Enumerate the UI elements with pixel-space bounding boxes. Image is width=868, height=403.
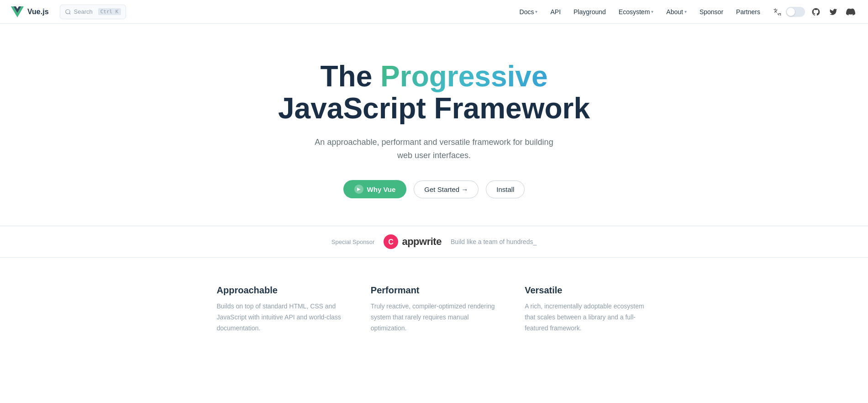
chevron-down-icon: ▾ (684, 9, 687, 14)
hero-title: The Progressive JavaScript Framework (278, 60, 590, 125)
nav-link-docs[interactable]: Docs ▾ (514, 6, 543, 17)
hero-title-part2: JavaScript Framework (278, 92, 590, 125)
github-icon (811, 7, 821, 16)
feature-versatile-desc: A rich, incrementally adoptable ecosyste… (525, 301, 651, 334)
sponsor-strip: Special Sponsor C appwrite Build like a … (0, 226, 868, 258)
get-started-button[interactable]: Get Started → (414, 180, 479, 198)
hero-section: The Progressive JavaScript Framework An … (0, 24, 868, 226)
feature-versatile: Versatile A rich, incrementally adoptabl… (525, 285, 651, 334)
chevron-down-icon: ▾ (535, 9, 537, 14)
search-label: Search (74, 8, 93, 15)
search-icon (65, 9, 71, 15)
hero-buttons: ▶ Why Vue Get Started → Install (343, 180, 525, 198)
nav-link-partners[interactable]: Partners (731, 6, 766, 17)
nav-link-ecosystem[interactable]: Ecosystem ▾ (613, 6, 659, 17)
nav-logo[interactable]: Vue.js (11, 5, 49, 18)
sponsor-label: Special Sponsor (331, 239, 375, 245)
nav-links: Docs ▾ API Playground Ecosystem ▾ About … (514, 6, 766, 17)
install-button[interactable]: Install (486, 180, 525, 198)
svg-line-1 (69, 13, 70, 14)
language-button[interactable] (773, 8, 781, 16)
hero-title-part1: The (321, 60, 381, 93)
feature-versatile-title: Versatile (525, 285, 651, 296)
feature-performant-title: Performant (371, 285, 497, 296)
feature-performant-desc: Truly reactive, compiler-optimized rende… (371, 301, 497, 334)
feature-performant: Performant Truly reactive, compiler-opti… (371, 285, 497, 334)
github-link[interactable] (810, 5, 822, 18)
nav-link-api[interactable]: API (545, 6, 566, 17)
vue-logo-icon (11, 5, 24, 18)
toggle-knob (787, 8, 795, 16)
feature-approachable-title: Approachable (217, 285, 343, 296)
twitter-link[interactable] (827, 5, 840, 18)
discord-link[interactable] (844, 5, 857, 18)
search-box[interactable]: Search Ctrl K (60, 5, 126, 19)
play-icon: ▶ (354, 185, 363, 194)
svg-point-0 (65, 9, 69, 13)
nav-link-playground[interactable]: Playground (568, 6, 611, 17)
theme-toggle[interactable] (786, 7, 805, 17)
sponsor-tagline: Build like a team of hundreds_ (451, 238, 537, 245)
sponsor-logo-link[interactable]: C appwrite (384, 234, 441, 249)
appwrite-logo-icon: C (384, 234, 398, 249)
appwrite-brand-name: appwrite (402, 236, 441, 248)
nav-icons (771, 5, 857, 18)
translate-icon (773, 8, 781, 16)
search-shortcut: Ctrl K (98, 8, 121, 15)
chevron-down-icon: ▾ (651, 9, 653, 14)
why-vue-button[interactable]: ▶ Why Vue (343, 180, 407, 198)
discord-icon (846, 7, 855, 16)
hero-subtitle: An approachable, performant and versatil… (306, 136, 562, 162)
logo-text: Vue.js (27, 8, 49, 16)
features-section: Approachable Builds on top of standard H… (206, 258, 663, 352)
nav-link-about[interactable]: About ▾ (661, 6, 692, 17)
hero-title-highlight: Progressive (380, 60, 547, 93)
twitter-icon (829, 8, 837, 16)
svg-text:C: C (389, 238, 394, 246)
nav-link-sponsor[interactable]: Sponsor (694, 6, 729, 17)
feature-approachable-desc: Builds on top of standard HTML, CSS and … (217, 301, 343, 334)
feature-approachable: Approachable Builds on top of standard H… (217, 285, 343, 334)
navbar: Vue.js Search Ctrl K Docs ▾ API Playgrou… (0, 0, 868, 24)
